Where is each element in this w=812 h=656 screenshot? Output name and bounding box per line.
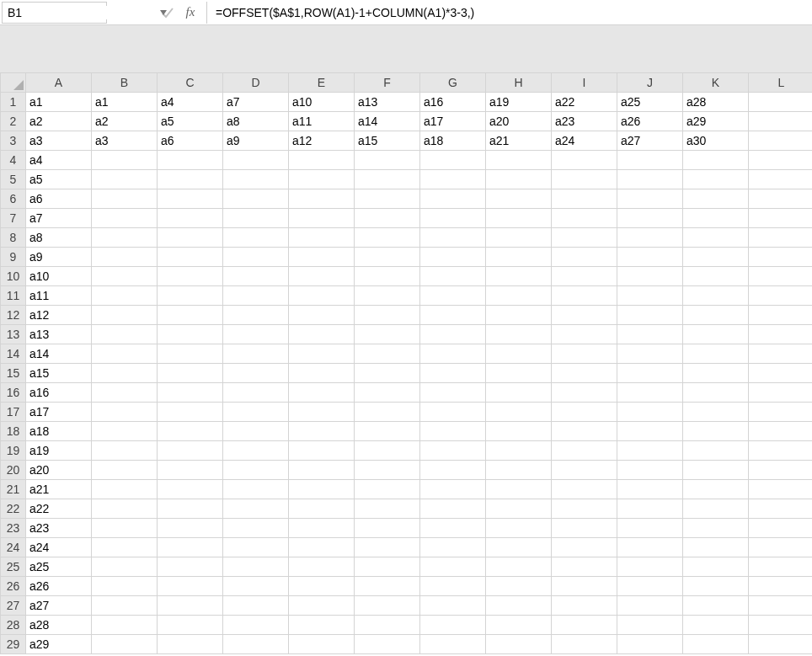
row-header[interactable]: 8	[1, 228, 26, 248]
row-header[interactable]: 23	[1, 519, 26, 538]
cell[interactable]	[749, 461, 813, 480]
cell[interactable]	[289, 151, 355, 170]
cell[interactable]: a2	[92, 112, 158, 131]
cell[interactable]	[92, 383, 158, 403]
cell[interactable]	[552, 248, 617, 267]
cell[interactable]	[223, 538, 289, 557]
cell[interactable]	[92, 228, 158, 248]
cell[interactable]	[289, 616, 355, 635]
cell[interactable]	[289, 441, 355, 461]
cell[interactable]	[617, 461, 683, 480]
row-header[interactable]: 2	[1, 112, 26, 131]
cell[interactable]	[420, 170, 486, 189]
cell[interactable]	[158, 170, 223, 189]
cell[interactable]	[158, 383, 223, 403]
cell[interactable]	[420, 189, 486, 209]
cell[interactable]	[486, 344, 552, 364]
cell[interactable]: a12	[26, 306, 92, 325]
cell[interactable]	[749, 286, 813, 306]
cell[interactable]	[223, 635, 289, 654]
cell[interactable]	[683, 189, 749, 209]
cell[interactable]	[486, 441, 552, 461]
cell[interactable]: a1	[26, 93, 92, 112]
cell[interactable]	[92, 248, 158, 267]
cell[interactable]	[617, 151, 683, 170]
cell[interactable]: a28	[26, 616, 92, 635]
cell[interactable]	[683, 306, 749, 325]
cell[interactable]	[92, 170, 158, 189]
cell[interactable]	[289, 170, 355, 189]
cell[interactable]	[486, 383, 552, 403]
cell[interactable]	[92, 189, 158, 209]
cell[interactable]	[617, 344, 683, 364]
cell[interactable]: a22	[26, 499, 92, 519]
cell[interactable]	[420, 422, 486, 441]
cell[interactable]	[683, 557, 749, 577]
cell[interactable]	[420, 403, 486, 422]
column-header[interactable]: D	[223, 73, 289, 93]
cell[interactable]	[617, 596, 683, 616]
cell[interactable]: a13	[355, 93, 420, 112]
cell[interactable]	[749, 616, 813, 635]
cell[interactable]	[355, 248, 420, 267]
cell[interactable]	[617, 499, 683, 519]
cell[interactable]	[749, 480, 813, 499]
column-header[interactable]: L	[749, 73, 813, 93]
cell[interactable]: a27	[26, 596, 92, 616]
cell[interactable]	[158, 364, 223, 383]
cell[interactable]	[223, 499, 289, 519]
column-header[interactable]: A	[26, 73, 92, 93]
cell[interactable]: a5	[26, 170, 92, 189]
cell[interactable]	[289, 403, 355, 422]
cell[interactable]	[683, 325, 749, 344]
cell[interactable]	[92, 616, 158, 635]
cell[interactable]	[289, 461, 355, 480]
cell[interactable]	[420, 286, 486, 306]
cell[interactable]	[158, 189, 223, 209]
cell[interactable]	[289, 519, 355, 538]
cell[interactable]	[289, 228, 355, 248]
cell[interactable]	[223, 325, 289, 344]
cell[interactable]	[683, 422, 749, 441]
cell[interactable]	[223, 189, 289, 209]
cell[interactable]: a9	[223, 131, 289, 151]
cell[interactable]	[749, 499, 813, 519]
cell[interactable]	[486, 306, 552, 325]
cell[interactable]	[223, 480, 289, 499]
cell[interactable]	[355, 383, 420, 403]
cell[interactable]	[420, 499, 486, 519]
cell[interactable]	[355, 461, 420, 480]
fx-icon[interactable]: fx	[179, 5, 201, 19]
cell[interactable]	[420, 228, 486, 248]
cell[interactable]	[486, 499, 552, 519]
cell[interactable]	[552, 306, 617, 325]
cell[interactable]	[92, 596, 158, 616]
cell[interactable]: a7	[223, 93, 289, 112]
cell[interactable]	[617, 403, 683, 422]
cell[interactable]	[749, 635, 813, 654]
cell[interactable]: a28	[683, 93, 749, 112]
cell[interactable]	[289, 480, 355, 499]
cell[interactable]	[486, 189, 552, 209]
cell[interactable]	[289, 286, 355, 306]
cell[interactable]	[552, 480, 617, 499]
cell[interactable]	[355, 635, 420, 654]
cell[interactable]	[749, 441, 813, 461]
cell[interactable]	[223, 170, 289, 189]
cell[interactable]	[420, 557, 486, 577]
cell[interactable]: a21	[26, 480, 92, 499]
cell[interactable]	[749, 577, 813, 596]
cell[interactable]	[289, 267, 355, 286]
cell[interactable]	[92, 344, 158, 364]
cell[interactable]: a16	[420, 93, 486, 112]
cell[interactable]	[617, 267, 683, 286]
cell[interactable]	[683, 170, 749, 189]
cell[interactable]	[749, 170, 813, 189]
cell[interactable]	[617, 557, 683, 577]
cell[interactable]: a4	[26, 151, 92, 170]
cell[interactable]: a13	[26, 325, 92, 344]
column-header[interactable]: K	[683, 73, 749, 93]
cell[interactable]	[420, 267, 486, 286]
cell[interactable]	[355, 577, 420, 596]
cell[interactable]	[355, 480, 420, 499]
